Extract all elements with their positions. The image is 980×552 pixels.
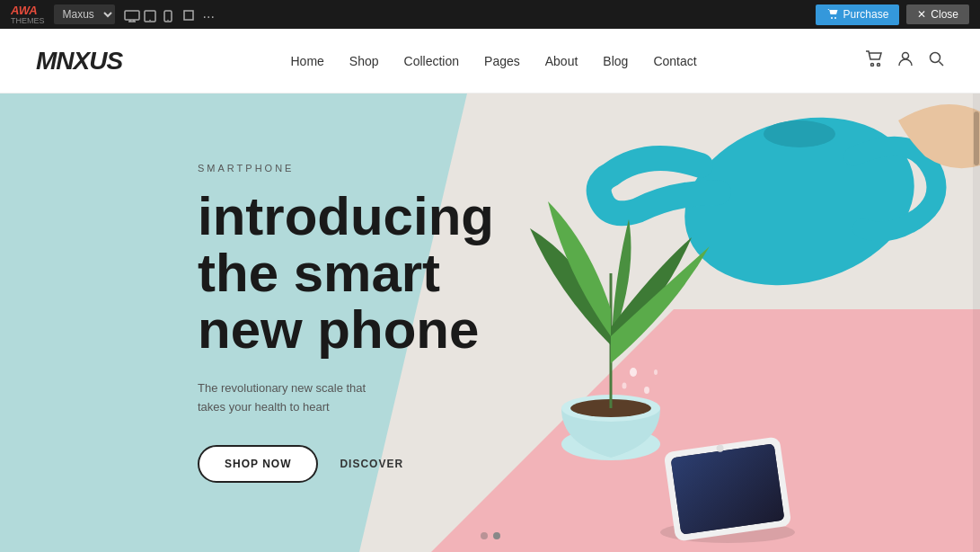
nav-blog[interactable]: Blog [603, 54, 628, 68]
hero-title-line3: new phone [198, 301, 980, 358]
hero-description: The revolutionary new scale that takes y… [198, 379, 377, 417]
admin-bar: AWA THEMES Maxus ··· [0, 0, 980, 29]
close-label: Close [931, 8, 958, 21]
purchase-label: Purchase [843, 8, 889, 21]
nav-icon-group [865, 50, 944, 71]
theme-selector[interactable]: Maxus [54, 4, 115, 24]
brand-sub: THEMES [11, 17, 45, 25]
hero-cta-group: SHOP NOW DISCOVER [198, 445, 980, 483]
monitor-view-icon[interactable] [124, 10, 137, 19]
site-logo[interactable]: MNXUS [36, 47, 122, 76]
svg-line-15 [940, 62, 944, 67]
slider-dots [481, 532, 500, 539]
main-nav: MNXUS Home Shop Collection Pages About B… [0, 29, 980, 93]
phone-view-icon[interactable] [163, 10, 176, 19]
nav-pages[interactable]: Pages [484, 54, 520, 68]
svg-rect-0 [125, 11, 139, 20]
account-icon[interactable] [897, 50, 914, 71]
svg-point-9 [831, 17, 833, 19]
nav-collection[interactable]: Collection [404, 54, 459, 68]
svg-point-7 [167, 20, 168, 21]
brand-name: AWA [11, 4, 45, 17]
admin-bar-left: AWA THEMES Maxus ··· [11, 4, 216, 25]
hero-content: SMARTPHONE introducing the smart new pho… [0, 93, 980, 552]
hero-subtitle: SMARTPHONE [198, 163, 980, 174]
svg-point-5 [149, 20, 151, 22]
nav-shop[interactable]: Shop [349, 54, 379, 68]
svg-point-13 [903, 53, 909, 59]
hero-title-line1: introducing [198, 188, 980, 245]
admin-bar-right: Purchase ✕ Close [816, 4, 969, 25]
more-options-icon[interactable]: ··· [203, 10, 216, 19]
awa-logo: AWA THEMES [11, 4, 45, 25]
square-view-icon[interactable] [183, 10, 196, 19]
svg-rect-8 [184, 11, 193, 20]
admin-logo: AWA THEMES [11, 4, 45, 25]
nav-about[interactable]: About [545, 54, 578, 68]
slider-dot-1[interactable] [481, 532, 488, 539]
scrollbar-thumb [974, 111, 979, 165]
discover-button[interactable]: DISCOVER [340, 458, 403, 470]
nav-links: Home Shop Collection Pages About Blog Co… [291, 53, 697, 69]
scrollbar[interactable] [973, 93, 980, 552]
svg-point-12 [878, 64, 880, 67]
purchase-button[interactable]: Purchase [816, 4, 900, 25]
cart-icon [826, 8, 839, 22]
slider-dot-2[interactable] [493, 532, 500, 539]
shop-now-button[interactable]: SHOP NOW [198, 445, 318, 483]
svg-point-14 [931, 53, 940, 63]
view-mode-icons: ··· [124, 10, 216, 19]
nav-contact[interactable]: Contact [653, 54, 696, 68]
svg-point-10 [834, 17, 836, 19]
hero-title: introducing the smart new phone [198, 188, 980, 358]
close-icon: ✕ [917, 8, 926, 21]
search-icon[interactable] [928, 50, 944, 71]
cart-icon[interactable] [865, 50, 883, 71]
tablet-view-icon[interactable] [144, 10, 156, 19]
hero-title-line2: the smart [198, 245, 980, 301]
hero-section: SMARTPHONE introducing the smart new pho… [0, 93, 980, 552]
svg-point-11 [871, 64, 874, 67]
nav-home[interactable]: Home [291, 54, 324, 68]
close-button[interactable]: ✕ Close [906, 4, 969, 24]
